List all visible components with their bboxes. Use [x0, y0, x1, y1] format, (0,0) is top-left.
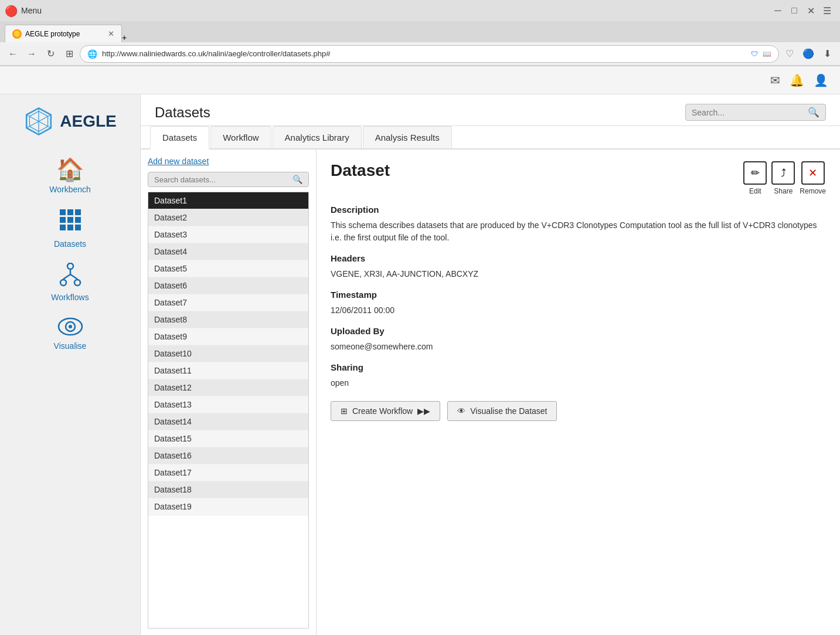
dataset-detail-panel: Dataset ✏ Edit ⤴ Share ✕ Remove	[317, 150, 840, 635]
new-tab-button[interactable]: +	[122, 33, 127, 42]
share-icon[interactable]: ⤴	[771, 161, 795, 185]
workbench-icon: 🏠	[56, 157, 84, 182]
list-item[interactable]: Dataset9	[148, 328, 308, 345]
svg-point-14	[67, 263, 73, 269]
extensions-button[interactable]: 🔵	[800, 46, 817, 62]
svg-rect-8	[60, 217, 66, 223]
sidebar-item-label-visualise: Visualise	[54, 341, 87, 351]
page-title: Datasets	[155, 104, 210, 121]
list-search-input[interactable]	[154, 175, 293, 184]
datasets-icon	[59, 208, 82, 237]
bell-icon[interactable]: 🔔	[790, 73, 804, 87]
nav-extras: ♡ 🔵 ⬇	[781, 46, 835, 62]
create-workflow-button[interactable]: ⊞ Create Workflow ▶▶	[331, 401, 440, 421]
list-item[interactable]: Dataset17	[148, 464, 308, 481]
description-section: Description This schema describes datase…	[331, 205, 826, 244]
browser-chrome: 🔴 Menu ─ □ ✕ ☰ 🟡 AEGLE prototype ✕ + ← →…	[0, 0, 840, 66]
timestamp-label: Timestamp	[331, 290, 826, 300]
list-item[interactable]: Dataset4	[148, 243, 308, 260]
downloads-button[interactable]: ⬇	[819, 46, 835, 62]
uploaded-by-section: Uploaded By someone@somewhere.com	[331, 326, 826, 353]
tab-close-button[interactable]: ✕	[108, 29, 114, 38]
sidebar-item-label-datasets: Datasets	[54, 239, 86, 249]
favorites-button[interactable]: ♡	[781, 46, 798, 62]
remove-action[interactable]: ✕ Remove	[800, 161, 826, 195]
top-action-bar: ✉ 🔔 👤	[0, 66, 840, 94]
menu-icon[interactable]: ☰	[819, 2, 835, 19]
tab-analytics-library[interactable]: Analytics Library	[273, 126, 362, 148]
list-item[interactable]: Dataset16	[148, 447, 308, 464]
dataset-list-panel: Add new dataset 🔍 Dataset1Dataset2Datase…	[141, 150, 317, 635]
sharing-value: open	[331, 377, 826, 389]
description-label: Description	[331, 205, 826, 215]
headers-section: Headers VGENE, XR3I, AA-JUNCTION, ABCXYZ	[331, 253, 826, 280]
bottom-actions: ⊞ Create Workflow ▶▶ 👁 Visualise the Dat…	[331, 401, 826, 421]
remove-label: Remove	[800, 187, 826, 195]
headers-value: VGENE, XR3I, AA-JUNCTION, ABCXYZ	[331, 268, 826, 280]
list-item[interactable]: Dataset2	[148, 209, 308, 226]
tab-workflow[interactable]: Workflow	[210, 126, 271, 148]
sidebar-item-label-workbench: Workbench	[49, 185, 91, 194]
globe-icon: 🌐	[87, 49, 97, 59]
sidebar-item-workflows[interactable]: Workflows	[51, 263, 89, 302]
detail-header: Dataset ✏ Edit ⤴ Share ✕ Remove	[331, 161, 826, 195]
forward-button[interactable]: →	[23, 46, 40, 62]
edit-label: Edit	[749, 187, 761, 195]
remove-icon[interactable]: ✕	[801, 161, 825, 185]
list-item[interactable]: Dataset19	[148, 498, 308, 515]
list-item[interactable]: Dataset7	[148, 294, 308, 311]
address-bar[interactable]: 🌐 🛡 📖	[80, 45, 779, 63]
list-item[interactable]: Dataset5	[148, 260, 308, 277]
visualise-icon	[57, 316, 83, 339]
edit-icon[interactable]: ✏	[743, 161, 767, 185]
search-box[interactable]: 🔍	[685, 104, 826, 121]
list-item[interactable]: Dataset1	[148, 192, 308, 209]
browser-titlebar: 🔴 Menu ─ □ ✕ ☰	[0, 0, 840, 21]
minimize-button[interactable]: ─	[770, 2, 786, 19]
list-item[interactable]: Dataset6	[148, 277, 308, 294]
create-workflow-grid-icon: ⊞	[341, 406, 348, 416]
search-input[interactable]	[692, 108, 808, 117]
list-item[interactable]: Dataset10	[148, 345, 308, 362]
logo-area: AEGLE	[23, 106, 116, 137]
svg-point-19	[74, 280, 80, 286]
mail-icon[interactable]: ✉	[770, 73, 780, 87]
security-shield-icon: 🛡	[751, 50, 758, 58]
edit-action[interactable]: ✏ Edit	[743, 161, 767, 195]
visualise-dataset-label: Visualise the Dataset	[470, 406, 547, 416]
browser-logo-icon: 🔴	[5, 5, 16, 16]
list-item[interactable]: Dataset15	[148, 430, 308, 447]
search-icon: 🔍	[808, 107, 819, 118]
logo-text: AEGLE	[60, 112, 116, 131]
close-button[interactable]: ✕	[802, 2, 819, 19]
list-item[interactable]: Dataset18	[148, 481, 308, 498]
content-area: Datasets 🔍 Datasets Workflow Analytics L…	[141, 94, 840, 635]
sidebar-item-workbench[interactable]: 🏠 Workbench	[49, 157, 91, 194]
list-item[interactable]: Dataset3	[148, 226, 308, 243]
visualise-dataset-button[interactable]: 👁 Visualise the Dataset	[447, 401, 557, 421]
browser-tab[interactable]: 🟡 AEGLE prototype ✕	[5, 25, 122, 42]
content-header: Datasets 🔍	[141, 94, 840, 126]
address-input[interactable]	[102, 49, 746, 58]
add-dataset-link[interactable]: Add new dataset	[148, 157, 309, 166]
browser-menu-text[interactable]: Menu	[21, 6, 42, 15]
back-button[interactable]: ←	[5, 46, 21, 62]
list-item[interactable]: Dataset8	[148, 311, 308, 328]
user-icon[interactable]: 👤	[814, 73, 828, 87]
uploaded-by-value: someone@somewhere.com	[331, 341, 826, 353]
svg-rect-6	[67, 209, 73, 215]
maximize-button[interactable]: □	[786, 2, 802, 19]
list-item[interactable]: Dataset12	[148, 379, 308, 396]
list-item[interactable]: Dataset11	[148, 362, 308, 379]
tab-datasets[interactable]: Datasets	[150, 126, 209, 150]
refresh-button[interactable]: ↻	[42, 46, 59, 62]
sidebar-item-visualise[interactable]: Visualise	[54, 316, 87, 351]
list-search-box[interactable]: 🔍	[148, 172, 309, 187]
list-item[interactable]: Dataset14	[148, 413, 308, 430]
svg-line-17	[70, 274, 77, 279]
sidebar-item-datasets[interactable]: Datasets	[54, 208, 86, 249]
share-action[interactable]: ⤴ Share	[771, 161, 795, 195]
tab-analysis-results[interactable]: Analysis Results	[363, 126, 452, 148]
apps-button[interactable]: ⊞	[61, 46, 77, 62]
list-item[interactable]: Dataset13	[148, 396, 308, 413]
